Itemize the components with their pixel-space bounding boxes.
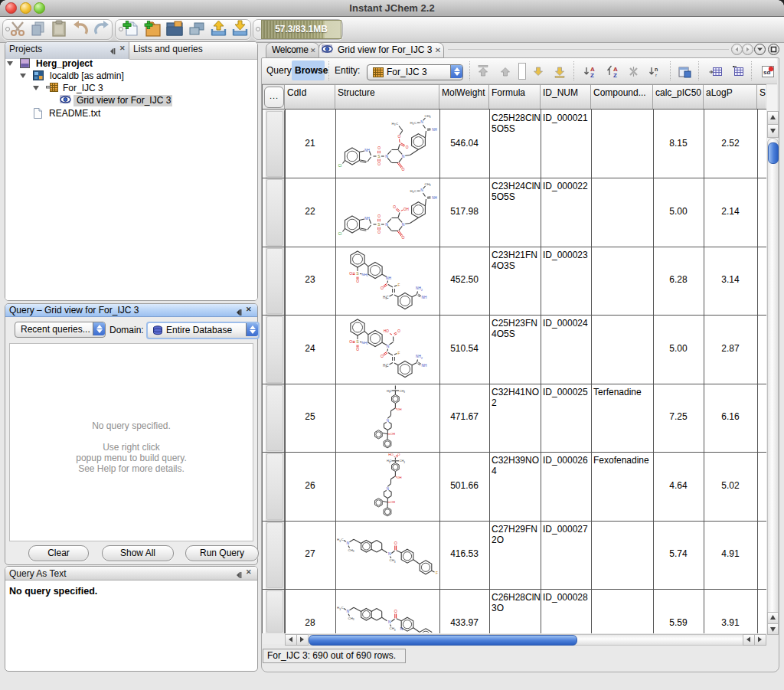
svg-text:F: F: [398, 283, 400, 286]
svg-text:NH: NH: [422, 296, 427, 299]
svg-text:F: F: [398, 352, 400, 355]
svg-text:C: C: [390, 388, 392, 392]
svg-text:CH3: CH3: [348, 616, 354, 621]
svg-text:NH2: NH2: [362, 272, 368, 276]
svg-text:NH: NH: [386, 276, 391, 280]
svg-text:C: C: [390, 459, 392, 463]
svg-text:O: O: [393, 205, 396, 209]
svg-text:C: C: [341, 538, 343, 541]
svg-text:HO: HO: [388, 453, 394, 456]
svg-text:OH: OH: [397, 407, 401, 411]
svg-text:C: C: [386, 295, 389, 299]
svg-text:O: O: [394, 540, 397, 544]
svg-text:OH: OH: [390, 500, 395, 504]
svg-text:O: O: [377, 162, 381, 166]
svg-text:N: N: [387, 344, 390, 348]
svg-text:CH3: CH3: [400, 459, 406, 463]
svg-text:n: n: [655, 67, 658, 72]
svg-text:N: N: [402, 154, 405, 159]
svg-text:Cl: Cl: [338, 232, 341, 236]
svg-text:N: N: [387, 419, 389, 423]
svg-text:H3: H3: [410, 189, 414, 194]
svg-text:O: O: [394, 609, 397, 613]
svg-text:O: O: [402, 167, 405, 172]
svg-text:N: N: [346, 609, 349, 613]
svg-text:HO: HO: [384, 329, 389, 333]
svg-text:O: O: [381, 285, 384, 289]
svg-text:C: C: [386, 364, 389, 368]
svg-text:O: O: [356, 279, 359, 283]
svg-text:NH: NH: [422, 364, 427, 368]
svg-text:O: O: [381, 354, 384, 358]
svg-text:S: S: [377, 154, 381, 159]
svg-text:N: N: [388, 551, 391, 555]
svg-text:N: N: [400, 626, 403, 631]
svg-text:CH3: CH3: [348, 548, 354, 552]
svg-text:O: O: [397, 329, 400, 333]
svg-text:OH: OH: [390, 432, 395, 436]
svg-text:O: O: [377, 214, 381, 218]
svg-text:H3: H3: [337, 538, 341, 542]
svg-text:O: O: [397, 453, 400, 456]
svg-text:Z: Z: [613, 72, 617, 78]
svg-text:NH: NH: [364, 217, 370, 221]
svg-text:CH3: CH3: [425, 114, 431, 119]
svg-text:Z: Z: [590, 72, 594, 78]
svg-text:NH: NH: [432, 196, 437, 200]
svg-text:N: N: [402, 222, 405, 227]
svg-text:H3: H3: [337, 606, 341, 610]
svg-text:O: O: [402, 235, 405, 240]
svg-text:O: O: [406, 146, 409, 149]
svg-text:r: r: [655, 73, 657, 77]
svg-text:NH2: NH2: [416, 355, 423, 359]
svg-text:C: C: [341, 606, 343, 610]
svg-text:CH3: CH3: [425, 182, 431, 187]
svg-text:CH3: CH3: [390, 626, 396, 631]
svg-text:CH3: CH3: [400, 388, 406, 393]
svg-text:Cl: Cl: [338, 164, 341, 168]
svg-text:S: S: [377, 222, 381, 227]
svg-text:OH: OH: [397, 476, 401, 479]
svg-text:N: N: [346, 541, 349, 545]
svg-text:NH2: NH2: [362, 341, 368, 345]
svg-text:O: O: [377, 146, 381, 150]
svg-text:C: C: [414, 189, 416, 193]
svg-text:S: S: [356, 271, 359, 276]
svg-text:O: O: [349, 340, 352, 344]
svg-text:C: C: [396, 122, 398, 126]
svg-text:H3: H3: [392, 122, 396, 126]
svg-text:C: C: [414, 121, 416, 125]
svg-text:O: O: [356, 348, 359, 352]
svg-text:O: O: [397, 135, 400, 139]
svg-text:CH3: CH3: [390, 558, 396, 563]
svg-text:N: N: [420, 120, 423, 124]
svg-text:F: F: [436, 571, 438, 574]
svg-text:N: N: [387, 487, 389, 491]
svg-text:O: O: [349, 272, 352, 276]
svg-text:NH: NH: [364, 149, 370, 152]
svg-text:NH2: NH2: [416, 286, 423, 291]
svg-text:N: N: [388, 620, 391, 624]
svg-text:S: S: [356, 339, 359, 344]
svg-text:O: O: [377, 231, 381, 234]
svg-text:H3: H3: [410, 121, 414, 126]
svg-text:NH: NH: [432, 128, 437, 132]
svg-text:N: N: [420, 188, 423, 192]
svg-text:OH: OH: [403, 208, 409, 211]
